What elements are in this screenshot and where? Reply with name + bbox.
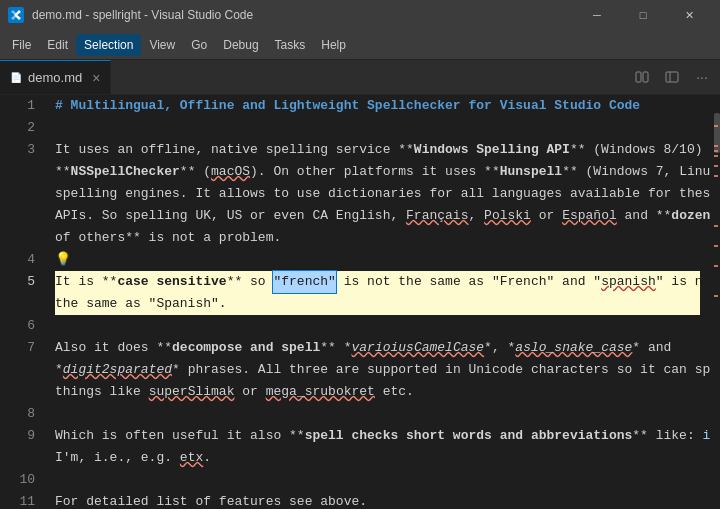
toggle-sidebar-button[interactable]: [658, 63, 686, 91]
editor: 1 2 3 4 5 6 7 8 9 10 11 # Multilingual, …: [0, 95, 720, 509]
code-line-3e: of others** is not a problem.: [55, 227, 700, 249]
close-button[interactable]: ✕: [666, 0, 712, 30]
code-line-2: [55, 117, 700, 139]
line-num-11: 11: [0, 491, 35, 509]
line-num-7: 7: [0, 337, 35, 359]
menu-file[interactable]: File: [4, 34, 39, 56]
menu-debug[interactable]: Debug: [215, 34, 266, 56]
menu-go[interactable]: Go: [183, 34, 215, 56]
code-line-7b: *digit2sparated* phrases. All three are …: [55, 359, 700, 381]
titlebar: demo.md - spellright - Visual Studio Cod…: [0, 0, 720, 30]
code-line-4: 💡: [55, 249, 700, 271]
code-line-7c: things like superSlimak or mega_srubokre…: [55, 381, 700, 403]
code-line-9b: I'm, i.e., e.g. etx.: [55, 447, 700, 469]
svg-rect-0: [636, 72, 641, 82]
menu-edit[interactable]: Edit: [39, 34, 76, 56]
line-num-9b: [0, 447, 35, 469]
line-num-5: 5: [0, 271, 35, 293]
line-numbers: 1 2 3 4 5 6 7 8 9 10 11: [0, 95, 45, 509]
maximize-button[interactable]: □: [620, 0, 666, 30]
code-line-10: [55, 469, 700, 491]
svg-rect-1: [643, 72, 648, 82]
line-num-2: 2: [0, 117, 35, 139]
titlebar-left: demo.md - spellright - Visual Studio Cod…: [8, 7, 253, 23]
line-num-5b: [0, 293, 35, 315]
line-num-6: 6: [0, 315, 35, 337]
code-line-8: [55, 403, 700, 425]
svg-rect-2: [666, 72, 678, 82]
menu-view[interactable]: View: [141, 34, 183, 56]
code-line-3b: **NSSpellChecker** (macOS). On other pla…: [55, 161, 700, 183]
code-line-5a: It is **case sensitive** so "french" is …: [55, 271, 700, 293]
vscode-icon: [8, 7, 24, 23]
split-editor-button[interactable]: [628, 63, 656, 91]
code-line-6: [55, 315, 700, 337]
tab-actions: ···: [628, 60, 720, 94]
line-num-7c: [0, 381, 35, 403]
line-num-3d: [0, 205, 35, 227]
code-line-11: For detailed list of features see above.: [55, 491, 700, 509]
line-num-8: 8: [0, 403, 35, 425]
code-line-1: # Multilingual, Offline and Lightweight …: [55, 95, 700, 117]
editor-content[interactable]: # Multilingual, Offline and Lightweight …: [45, 95, 710, 509]
menu-help[interactable]: Help: [313, 34, 354, 56]
line-num-4: 4: [0, 249, 35, 271]
tab-demo-md[interactable]: 📄 demo.md ×: [0, 60, 111, 94]
code-line-7a: Also it does **decompose and spell** *va…: [55, 337, 700, 359]
line-num-3: 3: [0, 139, 35, 161]
line-num-1: 1: [0, 95, 35, 117]
code-line-3a: It uses an offline, native spelling serv…: [55, 139, 700, 161]
code-line-3c: spelling engines. It allows to use dicti…: [55, 183, 700, 205]
tabbar: 📄 demo.md × ···: [0, 60, 720, 95]
tab-label: demo.md: [28, 70, 82, 85]
line-num-9: 9: [0, 425, 35, 447]
more-actions-button[interactable]: ···: [688, 63, 716, 91]
scrollbar[interactable]: [710, 95, 720, 509]
tab-close-button[interactable]: ×: [92, 70, 100, 86]
window-title: demo.md - spellright - Visual Studio Cod…: [32, 8, 253, 22]
code-line-9a: Which is often useful it also **spell ch…: [55, 425, 700, 447]
line-num-7b: [0, 359, 35, 381]
line-num-3c: [0, 183, 35, 205]
menu-selection[interactable]: Selection: [76, 34, 141, 56]
line-num-10: 10: [0, 469, 35, 491]
line-num-3b: [0, 161, 35, 183]
line-num-3e: [0, 227, 35, 249]
menu-tasks[interactable]: Tasks: [267, 34, 314, 56]
code-line-5b: the same as "Spanish".: [55, 293, 700, 315]
minimize-button[interactable]: ─: [574, 0, 620, 30]
window-controls: ─ □ ✕: [574, 0, 712, 30]
menubar: File Edit Selection View Go Debug Tasks …: [0, 30, 720, 60]
code-line-3d: APIs. So spelling UK, US or even CA Engl…: [55, 205, 700, 227]
file-icon: 📄: [10, 72, 22, 83]
